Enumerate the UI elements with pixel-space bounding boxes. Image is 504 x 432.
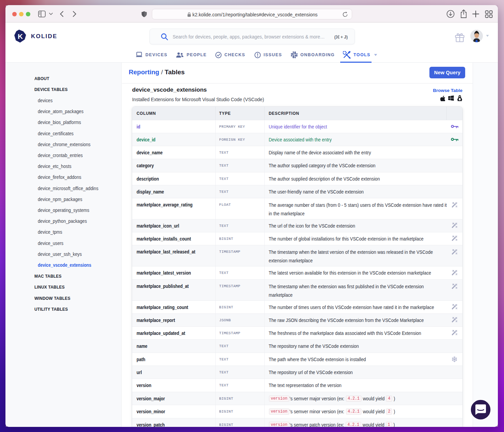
svg-text:K: K: [18, 32, 23, 40]
